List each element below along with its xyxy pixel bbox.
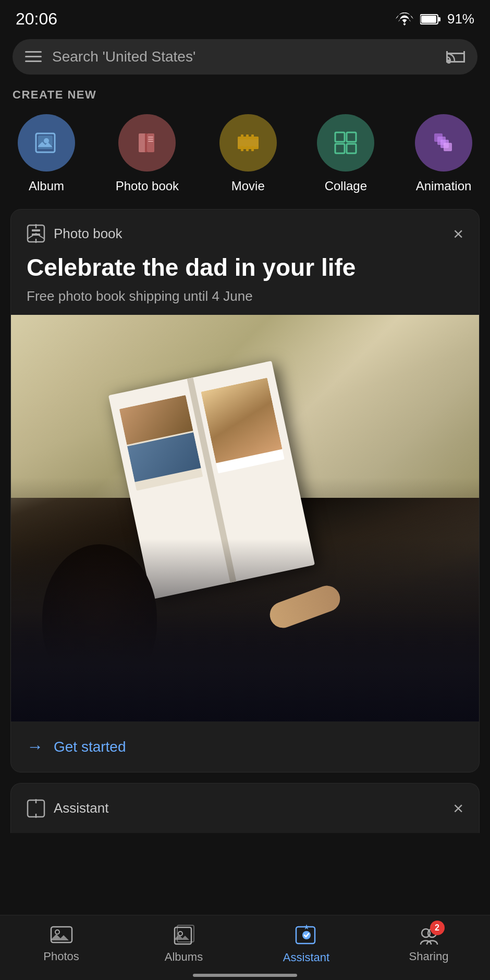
photobook-icon-bg	[118, 114, 176, 172]
svg-rect-37	[444, 143, 452, 151]
assistant-nav-label: Assistant	[283, 951, 329, 964]
animation-label: Animation	[416, 179, 472, 193]
svg-rect-16	[147, 133, 154, 152]
svg-rect-26	[251, 134, 254, 140]
svg-rect-18	[148, 137, 153, 138]
create-item-animation[interactable]: Animation	[415, 114, 472, 193]
svg-rect-4	[25, 56, 42, 57]
animation-icon-bg	[415, 114, 472, 172]
get-started-arrow-icon: →	[27, 737, 43, 756]
sharing-badge: 2	[430, 921, 445, 935]
photobook-icon	[133, 129, 161, 156]
svg-rect-29	[251, 146, 254, 151]
svg-rect-3	[25, 51, 42, 53]
promo-card-icon	[27, 224, 45, 243]
promo-subtitle: Free photo book shipping until 4 June	[11, 288, 479, 315]
status-bar: 20:06 91%	[0, 0, 490, 34]
nav-item-assistant[interactable]: Assistant	[275, 924, 338, 964]
battery-icon	[420, 14, 441, 25]
assistant-nav-icon	[295, 924, 318, 947]
movie-label: Movie	[231, 179, 265, 193]
svg-point-47	[55, 930, 59, 934]
svg-rect-19	[148, 139, 153, 140]
second-card-left: Assistant	[27, 799, 109, 818]
promo-card-type: Photo book	[54, 226, 123, 242]
bottom-nav: Photos Albums Assistant	[0, 915, 490, 980]
animation-icon	[430, 129, 457, 156]
second-card: Assistant ×	[10, 783, 480, 833]
svg-rect-32	[335, 144, 345, 153]
get-started-label: Get started	[54, 739, 126, 755]
status-time: 20:06	[16, 9, 57, 29]
create-new-label: CREATE NEW	[13, 88, 477, 102]
create-new-items: Album Photo book	[13, 114, 477, 193]
collage-icon-bg	[317, 114, 374, 172]
albums-nav-label: Albums	[165, 950, 203, 964]
svg-rect-30	[335, 132, 345, 142]
svg-rect-31	[347, 132, 356, 142]
photos-nav-label: Photos	[43, 950, 79, 963]
movie-icon	[235, 129, 262, 156]
svg-rect-24	[241, 134, 243, 140]
create-new-section: CREATE NEW Album	[0, 83, 490, 204]
svg-rect-5	[25, 60, 42, 62]
collage-icon	[332, 129, 359, 156]
svg-rect-8	[463, 51, 465, 63]
promo-card: Photo book × Celebrate the dad in your l…	[10, 209, 480, 773]
cast-icon[interactable]	[446, 50, 465, 64]
wifi-icon	[395, 13, 414, 26]
assistant-card-icon	[27, 799, 45, 818]
sharing-icon-wrapper: 2	[418, 925, 440, 946]
create-item-album[interactable]: Album	[18, 114, 75, 193]
nav-item-albums[interactable]: Albums	[153, 924, 215, 964]
get-started-button[interactable]: → Get started	[11, 721, 479, 772]
album-label: Album	[29, 179, 64, 193]
nav-item-sharing[interactable]: 2 Sharing	[398, 925, 460, 963]
create-item-photobook[interactable]: Photo book	[116, 114, 179, 193]
svg-rect-28	[246, 146, 249, 151]
svg-rect-2	[421, 16, 436, 23]
nav-item-photos[interactable]: Photos	[30, 925, 93, 963]
svg-rect-25	[246, 134, 249, 140]
svg-rect-20	[148, 141, 153, 142]
battery-visual	[420, 14, 441, 25]
album-icon	[33, 129, 60, 156]
promo-close-button[interactable]: ×	[453, 225, 463, 242]
promo-card-header: Photo book ×	[11, 210, 479, 253]
photos-nav-icon	[50, 925, 73, 946]
svg-rect-33	[347, 144, 356, 153]
battery-percent: 91%	[447, 11, 474, 27]
status-icons: 91%	[395, 11, 474, 27]
albums-nav-icon	[174, 924, 194, 946]
promo-image	[11, 315, 479, 721]
create-item-movie[interactable]: Movie	[219, 114, 277, 193]
svg-marker-53	[304, 924, 309, 929]
create-item-collage[interactable]: Collage	[317, 114, 374, 193]
svg-rect-15	[139, 133, 146, 152]
second-card-close[interactable]: ×	[453, 798, 463, 818]
svg-rect-1	[438, 17, 440, 21]
promo-title: Celebrate the dad in your life	[11, 253, 479, 288]
photobook-label: Photo book	[116, 179, 179, 193]
search-bar[interactable]: Search 'United States'	[13, 39, 477, 75]
second-card-label: Assistant	[54, 800, 109, 816]
svg-rect-27	[241, 146, 243, 151]
svg-rect-17	[145, 133, 147, 152]
collage-label: Collage	[325, 179, 367, 193]
album-icon-bg	[18, 114, 75, 172]
search-input[interactable]: Search 'United States'	[52, 48, 436, 65]
home-indicator	[193, 974, 297, 977]
menu-icon[interactable]	[25, 51, 42, 63]
svg-rect-41	[32, 229, 40, 231]
sharing-nav-label: Sharing	[409, 950, 449, 963]
movie-icon-bg	[219, 114, 277, 172]
promo-card-header-left: Photo book	[27, 224, 123, 243]
search-container: Search 'United States'	[0, 34, 490, 83]
svg-rect-14	[38, 147, 53, 149]
